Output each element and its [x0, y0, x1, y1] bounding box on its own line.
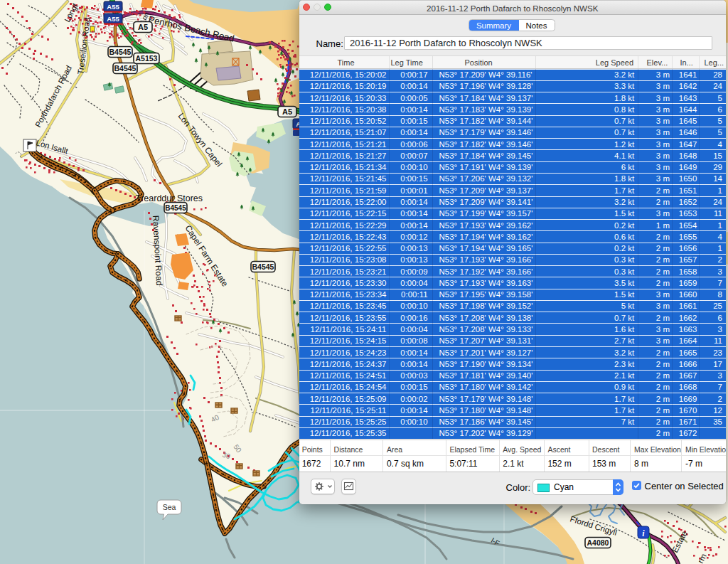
svg-text:B4545: B4545: [114, 64, 136, 73]
svg-text:A5153: A5153: [136, 54, 158, 63]
svg-text:Sea: Sea: [163, 503, 176, 511]
svg-text:B4545: B4545: [109, 48, 132, 56]
svg-text:A5: A5: [282, 107, 292, 116]
svg-text:A4080: A4080: [587, 538, 609, 547]
svg-text:A55: A55: [107, 3, 119, 11]
svg-text:B4545: B4545: [252, 262, 274, 271]
svg-text:A55: A55: [107, 15, 119, 23]
svg-text:A5: A5: [138, 23, 148, 31]
svg-text:B4545: B4545: [165, 204, 186, 212]
